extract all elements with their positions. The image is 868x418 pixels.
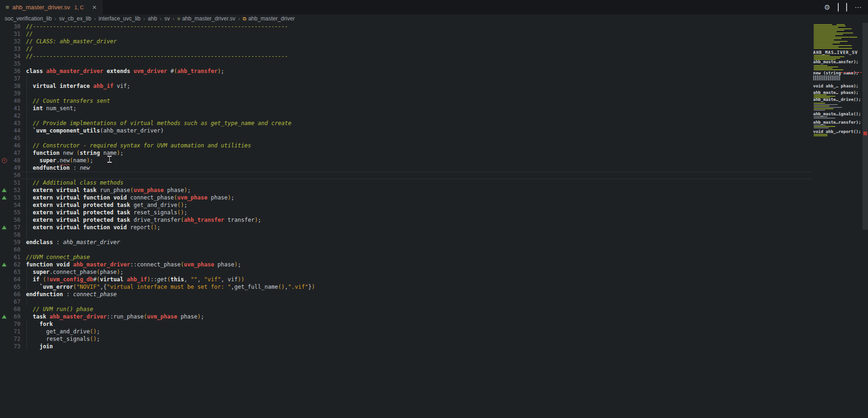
code-line-37[interactable]: 37 bbox=[0, 75, 868, 82]
breadcrumb-item-sv[interactable]: sv bbox=[165, 15, 170, 22]
code-line-50[interactable]: 50 bbox=[0, 172, 868, 179]
code-line-59[interactable]: 59endclass : ahb_master_driver bbox=[0, 239, 868, 246]
line-number[interactable]: 67 bbox=[8, 299, 20, 305]
scrollbar-slider[interactable] bbox=[862, 23, 868, 230]
line-number[interactable]: 52 bbox=[8, 187, 20, 193]
line-number[interactable]: 36 bbox=[8, 68, 20, 74]
code-line-72[interactable]: 72 reset_signals(); bbox=[0, 335, 868, 343]
extern-marker-icon[interactable] bbox=[2, 315, 7, 318]
code-line-44[interactable]: 44 `uvm_component_utils(ahb_master_drive… bbox=[0, 127, 868, 134]
line-number[interactable]: 43 bbox=[8, 120, 20, 126]
code-line-39[interactable]: 39 bbox=[0, 90, 868, 97]
line-number[interactable]: 70 bbox=[8, 321, 20, 327]
line-number[interactable]: 33 bbox=[8, 46, 20, 52]
extern-marker-icon[interactable] bbox=[2, 226, 7, 229]
line-number[interactable]: 30 bbox=[8, 23, 20, 30]
code-line-36[interactable]: 36class ahb_master_driver extends uvm_dr… bbox=[0, 67, 868, 75]
line-number[interactable]: 59 bbox=[8, 239, 20, 245]
code-line-30[interactable]: 30//------------------------------------… bbox=[0, 23, 868, 30]
line-number[interactable]: 56 bbox=[8, 217, 20, 223]
code-line-60[interactable]: 60 bbox=[0, 246, 868, 253]
line-number[interactable]: 65 bbox=[8, 284, 20, 290]
code-line-45[interactable]: 45 bbox=[0, 134, 868, 142]
line-number[interactable]: 37 bbox=[8, 75, 20, 82]
code-line-56[interactable]: 56 extern virtual protected task drive_t… bbox=[0, 216, 868, 224]
line-number[interactable]: 53 bbox=[8, 194, 20, 201]
line-number[interactable]: 68 bbox=[8, 306, 20, 312]
code-line-53[interactable]: 53 extern virtual function void connect_… bbox=[0, 194, 868, 201]
code-line-43[interactable]: 43 // Provide implmentations of virtual … bbox=[0, 119, 868, 127]
line-number[interactable]: 71 bbox=[8, 328, 20, 335]
error-icon[interactable]: ✕ bbox=[2, 158, 7, 163]
code-line-52[interactable]: 52 extern virtual task run_phase(uvm_pha… bbox=[0, 186, 868, 194]
code-line-70[interactable]: 70 fork bbox=[0, 320, 868, 328]
line-number[interactable]: 55 bbox=[8, 209, 20, 216]
code-line-65[interactable]: 65 `uvm_error("NOVIF",{"virtual interfac… bbox=[0, 283, 868, 291]
code-line-51[interactable]: 51 // Additional class methods bbox=[0, 179, 868, 186]
extern-marker-icon[interactable] bbox=[2, 196, 7, 199]
code-line-67[interactable]: 67 bbox=[0, 298, 868, 305]
code-line-66[interactable]: 66endfunction : connect_phase bbox=[0, 291, 868, 298]
code-line-61[interactable]: 61//UVM connect_phase bbox=[0, 253, 868, 261]
tab-ahb-master-driver[interactable]: ≡ ahb_master_driver.sv 1, C ✕ bbox=[0, 0, 103, 14]
more-actions-icon[interactable]: ⋯ bbox=[855, 4, 861, 11]
line-number[interactable]: 41 bbox=[8, 105, 20, 112]
extern-marker-icon[interactable] bbox=[2, 188, 7, 192]
breadcrumb-item-symbol[interactable]: ⧉ahb_master_driver bbox=[243, 15, 295, 22]
line-number[interactable]: 62 bbox=[8, 261, 20, 268]
code-line-34[interactable]: 34//------------------------------------… bbox=[0, 53, 868, 60]
close-icon[interactable]: ✕ bbox=[91, 4, 98, 11]
line-number[interactable]: 39 bbox=[8, 90, 20, 97]
code-line-69[interactable]: 69 task ahb_master_driver::run_phase(uvm… bbox=[0, 313, 868, 320]
line-number[interactable]: 58 bbox=[8, 232, 20, 238]
line-number[interactable]: 69 bbox=[8, 313, 20, 320]
code-line-73[interactable]: 73 join bbox=[0, 343, 868, 350]
line-number[interactable]: 49 bbox=[8, 165, 20, 171]
breadcrumb-item-file[interactable]: ≡ahb_master_driver.sv bbox=[177, 15, 235, 22]
breadcrumb-item-ahb[interactable]: ahb bbox=[148, 15, 157, 22]
line-number[interactable]: 64 bbox=[8, 276, 20, 283]
code-line-63[interactable]: 63 super.connect_phase(phase); bbox=[0, 268, 868, 276]
line-number[interactable]: 40 bbox=[8, 98, 20, 104]
code-line-57[interactable]: 57 extern virtual function void report()… bbox=[0, 224, 868, 231]
layout-icon[interactable] bbox=[838, 4, 839, 11]
code-line-55[interactable]: 55 extern virtual protected task reset_s… bbox=[0, 209, 868, 216]
line-number[interactable]: 38 bbox=[8, 83, 20, 89]
code-line-49[interactable]: 49 endfunction : new bbox=[0, 164, 868, 172]
code-line-41[interactable]: 41 int num_sent; bbox=[0, 105, 868, 112]
code-line-46[interactable]: 46 // Constructor - required syntax for … bbox=[0, 142, 868, 149]
line-number[interactable]: 63 bbox=[8, 269, 20, 275]
code-line-64[interactable]: 64 if (!uvm_config_db#(virtual ahb_if)::… bbox=[0, 276, 868, 283]
code-line-35[interactable]: 35 bbox=[0, 60, 868, 67]
code-editor[interactable]: 30//------------------------------------… bbox=[0, 23, 868, 418]
code-line-42[interactable]: 42 bbox=[0, 112, 868, 119]
settings-gear-icon[interactable]: ⚙ bbox=[824, 4, 830, 11]
line-number[interactable]: 47 bbox=[8, 150, 20, 156]
code-line-58[interactable]: 58 bbox=[0, 231, 868, 239]
code-line-38[interactable]: 38 virtual interface ahb_if vif; bbox=[0, 82, 868, 90]
line-number[interactable]: 50 bbox=[8, 172, 20, 179]
code-line-32[interactable]: 32// CLASS: ahb_master_driver bbox=[0, 38, 868, 45]
extern-marker-icon[interactable] bbox=[2, 263, 7, 266]
line-number[interactable]: 51 bbox=[8, 179, 20, 186]
code-line-47[interactable]: 47 function new (string name); bbox=[0, 149, 868, 157]
code-line-48[interactable]: ✕48 super.new(name); bbox=[0, 157, 868, 164]
line-number[interactable]: 44 bbox=[8, 127, 20, 134]
code-line-31[interactable]: 31// bbox=[0, 30, 868, 38]
minimap[interactable]: AHB_MAS…IVER_SVahb_maste…ansfer);new (st… bbox=[812, 23, 862, 418]
code-line-68[interactable]: 68 // UVM run() phase bbox=[0, 305, 868, 313]
code-line-33[interactable]: 33// bbox=[0, 45, 868, 53]
breadcrumb-item-sv_cb_ex_lib[interactable]: sv_cb_ex_lib bbox=[59, 15, 91, 22]
line-number[interactable]: 45 bbox=[8, 135, 20, 141]
line-number[interactable]: 48 bbox=[8, 157, 20, 164]
line-number[interactable]: 31 bbox=[8, 31, 20, 37]
line-number[interactable]: 73 bbox=[8, 343, 20, 350]
vertical-scrollbar[interactable] bbox=[862, 23, 868, 418]
line-number[interactable]: 72 bbox=[8, 336, 20, 342]
line-number[interactable]: 60 bbox=[8, 246, 20, 253]
breadcrumb-item-interface_uvc_lib[interactable]: interface_uvc_lib bbox=[99, 15, 140, 22]
code-line-54[interactable]: 54 extern virtual protected task get_and… bbox=[0, 201, 868, 209]
code-line-62[interactable]: 62function void ahb_master_driver::conne… bbox=[0, 261, 868, 268]
line-number[interactable]: 42 bbox=[8, 113, 20, 119]
breadcrumb-item-soc_verification_lib[interactable]: soc_verification_lib bbox=[5, 15, 52, 22]
